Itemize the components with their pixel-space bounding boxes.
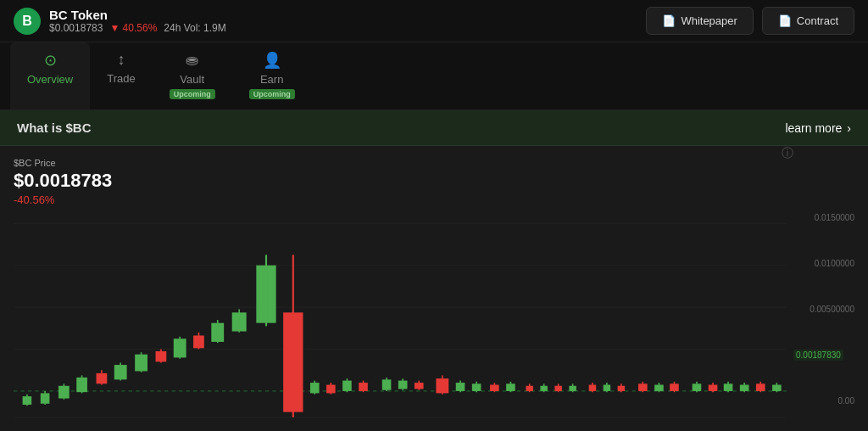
earn-icon: 👤 <box>263 51 281 70</box>
chart-container: 18:00 10/22 2:00 6:00 12:00 18:00 10/23 … <box>14 213 854 423</box>
tab-vault[interactable]: ⛂ Vault Upcoming <box>153 42 232 109</box>
contract-button[interactable]: 📄 Contract <box>762 7 854 35</box>
header-left: B BC Token $0.0018783 ▼ 40.56% 24h Vol: … <box>14 8 226 35</box>
y-label-0: 0.0150000 <box>793 213 854 222</box>
y-label-2: 0.00500000 <box>793 305 854 314</box>
info-bar[interactable]: What is $BC learn more › <box>0 110 868 146</box>
whitepaper-icon: 📄 <box>662 14 676 27</box>
volume: 24h Vol: 1.9M <box>164 22 225 34</box>
y-current-price: 0.00187830 <box>793 350 854 360</box>
token-meta: $0.0018783 ▼ 40.56% 24h Vol: 1.9M <box>49 22 226 34</box>
token-price: $0.0018783 <box>49 22 103 34</box>
vault-badge: Upcoming <box>170 89 215 99</box>
whitepaper-button[interactable]: 📄 Whitepaper <box>646 7 753 35</box>
logo-icon: B <box>14 8 41 35</box>
y-label-current: 0.00187830 <box>793 350 843 361</box>
nav-tabs: ⊙ Overview ↕ Trade ⛂ Vault Upcoming 👤 Ea… <box>0 42 868 110</box>
learn-more-text: learn more <box>785 121 842 135</box>
earn-badge: Upcoming <box>249 89 295 99</box>
header: B BC Token $0.0018783 ▼ 40.56% 24h Vol: … <box>0 0 868 42</box>
token-name: BC Token <box>49 8 226 22</box>
tab-earn[interactable]: 👤 Earn Upcoming <box>232 42 312 109</box>
header-right: 📄 Whitepaper 📄 Contract <box>646 7 854 35</box>
app-container: B BC Token $0.0018783 ▼ 40.56% 24h Vol: … <box>0 0 868 431</box>
tab-vault-label: Vault <box>180 73 204 86</box>
whitepaper-label: Whitepaper <box>681 14 737 27</box>
chart-price-pct: -40.56% <box>14 193 854 206</box>
tab-trade[interactable]: ↕ Trade <box>90 42 152 109</box>
y-label-1: 0.0100000 <box>793 259 854 268</box>
price-line-container <box>14 213 787 406</box>
tab-earn-label: Earn <box>260 73 283 86</box>
y-axis: 0.0150000 0.0100000 0.00500000 0.0018783… <box>787 213 854 423</box>
y-label-3: 0.00 <box>793 396 854 406</box>
token-info: BC Token $0.0018783 ▼ 40.56% 24h Vol: 1.… <box>49 8 226 34</box>
overview-icon: ⊙ <box>44 51 57 70</box>
logo-letter: B <box>22 14 32 29</box>
info-circle-icon[interactable]: ⓘ <box>782 146 793 161</box>
tab-trade-label: Trade <box>107 72 135 85</box>
tab-overview[interactable]: ⊙ Overview <box>10 42 90 109</box>
vault-icon: ⛂ <box>186 51 198 70</box>
contract-label: Contract <box>797 14 838 27</box>
learn-more[interactable]: learn more › <box>785 121 851 135</box>
tab-overview-label: Overview <box>27 73 73 86</box>
price-change: ▼ 40.56% <box>109 22 157 34</box>
chart-price-value: $0.0018783 <box>14 170 854 192</box>
price-label: $BC Price <box>14 158 854 168</box>
trade-icon: ↕ <box>117 51 125 69</box>
chevron-right-icon: › <box>847 121 851 135</box>
contract-icon: 📄 <box>778 14 792 27</box>
info-bar-title: What is $BC <box>17 120 92 135</box>
chart-main: 18:00 10/22 2:00 6:00 12:00 18:00 10/23 … <box>14 213 787 423</box>
chart-area: $BC Price $0.0018783 -40.56% ⓘ <box>0 146 868 431</box>
